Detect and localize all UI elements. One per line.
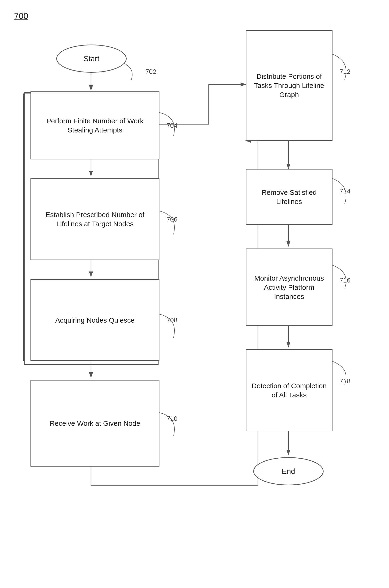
box-710: Receive Work at Given Node [31, 380, 160, 466]
box-708: Acquiring Nodes Quiesce [31, 279, 160, 361]
box-718: Detection of Completion of All Tasks [246, 349, 332, 431]
ref-706: 706 [166, 216, 177, 223]
diagram-container: 700 [0, 0, 389, 588]
ref-704: 704 [166, 122, 177, 129]
end-node: End [253, 457, 324, 485]
ref-708: 708 [166, 316, 177, 324]
box-704: Perform Finite Number of Work Stealing A… [31, 92, 160, 159]
box-716: Monitor Asynchronous Activity Platform I… [246, 248, 332, 326]
box-714: Remove Satisfied Lifelines [246, 169, 332, 225]
box-706: Establish Prescribed Number of Lifelines… [31, 178, 160, 260]
start-node: Start [56, 45, 127, 73]
ref-718: 718 [340, 377, 351, 385]
ref-714: 714 [340, 187, 351, 195]
ref-702: 702 [145, 68, 156, 75]
ref-710: 710 [166, 415, 177, 423]
ref-712: 712 [340, 68, 351, 75]
box-712: Distribute Portions of Tasks Through Lif… [246, 30, 332, 141]
diagram-label: 700 [14, 11, 28, 21]
ref-716: 716 [340, 277, 351, 284]
